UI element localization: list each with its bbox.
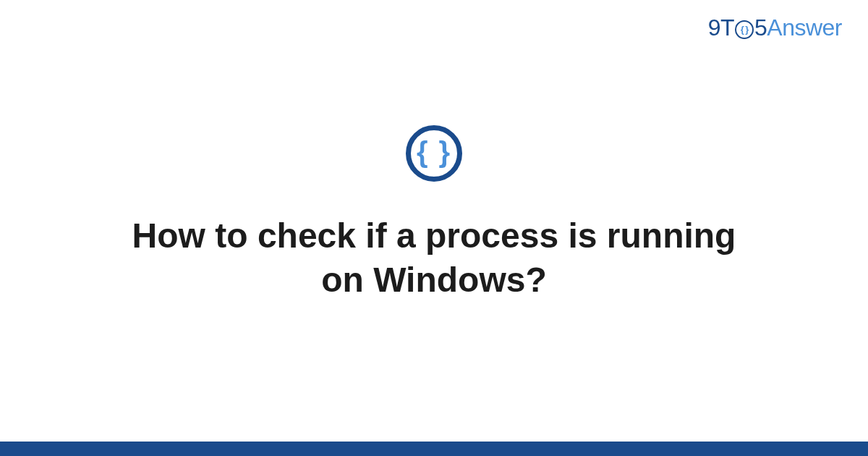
footer-accent-bar [0, 442, 868, 456]
braces-glyph: { } [417, 138, 451, 166]
page-title: How to check if a process is running on … [109, 214, 760, 303]
main-content: { } How to check if a process is running… [0, 0, 868, 456]
code-braces-icon: { } [406, 125, 462, 182]
